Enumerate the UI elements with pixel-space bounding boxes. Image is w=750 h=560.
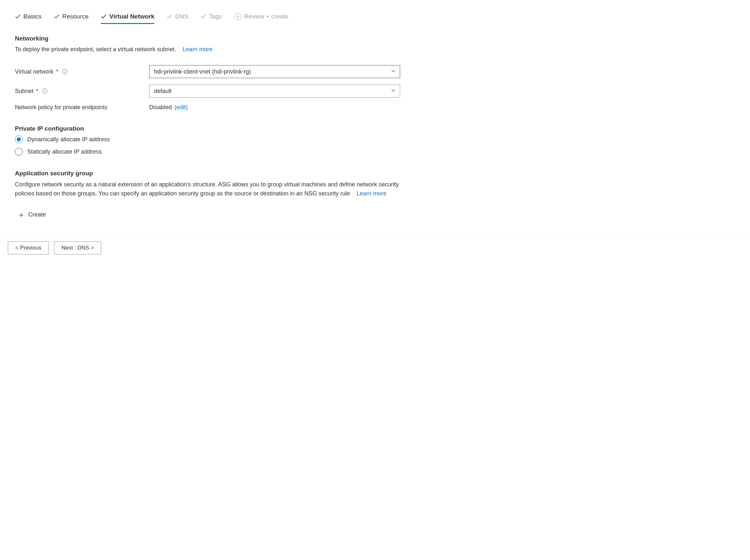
tab-label: Virtual Network — [109, 13, 154, 20]
chevron-down-icon — [391, 88, 396, 95]
info-icon[interactable]: i — [62, 69, 67, 74]
label-network-policy: Network policy for private endpoints — [15, 104, 149, 111]
tab-tags[interactable]: Tags — [200, 13, 222, 23]
tab-label: DNS — [175, 13, 188, 20]
section-title-asg: Application security group — [15, 170, 400, 177]
learn-more-link[interactable]: Learn more — [357, 190, 387, 197]
tab-label: Resource — [62, 13, 88, 20]
create-asg-button[interactable]: + Create — [15, 211, 46, 219]
virtual-network-select[interactable]: hdi-privlink-client-vnet (hdi-privlink-r… — [149, 65, 400, 78]
row-network-policy: Network policy for private endpoints Dis… — [15, 104, 400, 111]
radio-icon — [15, 136, 23, 143]
radio-label: Statically allocate IP address — [27, 148, 102, 155]
info-icon[interactable]: i — [42, 88, 47, 94]
asg-description: Configure network security as a natural … — [15, 180, 400, 198]
chevron-down-icon — [391, 68, 396, 75]
check-icon — [200, 14, 206, 19]
tab-review-create[interactable]: 6 Review + create — [234, 13, 289, 23]
select-value: default — [154, 88, 172, 95]
tab-basics[interactable]: Basics — [15, 13, 41, 23]
radio-icon — [15, 148, 23, 155]
ip-allocation-radio-group: Dynamically allocate IP address Statical… — [15, 136, 400, 155]
section-title-private-ip: Private IP configuration — [15, 125, 400, 132]
check-icon — [54, 14, 60, 19]
label-virtual-network: Virtual network * i — [15, 68, 149, 75]
check-icon — [167, 14, 173, 19]
learn-more-link[interactable]: Learn more — [182, 46, 212, 53]
tab-label: Review + create — [244, 13, 289, 20]
private-ip-section: Private IP configuration Dynamically all… — [15, 125, 400, 155]
policy-value: Disabled — [149, 104, 172, 111]
section-title-networking: Networking — [15, 35, 400, 42]
row-subnet: Subnet * i default — [15, 85, 400, 98]
check-icon — [15, 14, 21, 19]
required-indicator: * — [56, 68, 58, 75]
check-icon — [101, 14, 107, 19]
subnet-select[interactable]: default — [149, 85, 400, 98]
wizard-tabs: Basics Resource Virtual Network DNS Tags — [15, 13, 400, 23]
select-value: hdi-privlink-client-vnet (hdi-privlink-r… — [154, 68, 251, 75]
tab-virtual-network[interactable]: Virtual Network — [101, 13, 154, 23]
tab-resource[interactable]: Resource — [54, 13, 88, 23]
previous-button[interactable]: < Previous — [8, 242, 49, 254]
tab-dns[interactable]: DNS — [167, 13, 188, 23]
asg-section: Application security group Configure net… — [15, 170, 400, 219]
next-button[interactable]: Next : DNS > — [54, 242, 101, 254]
create-label: Create — [28, 211, 46, 218]
step-number-icon: 6 — [234, 13, 241, 20]
label-subnet: Subnet * i — [15, 88, 149, 95]
tab-label: Tags — [209, 13, 222, 20]
required-indicator: * — [36, 88, 38, 95]
row-virtual-network: Virtual network * i hdi-privlink-client-… — [15, 65, 400, 78]
networking-section: Networking To deploy the private endpoin… — [15, 35, 400, 111]
tab-label: Basics — [23, 13, 41, 20]
section-desc-networking: To deploy the private endpoint, select a… — [15, 45, 400, 54]
edit-policy-link[interactable]: (edit) — [175, 104, 188, 111]
radio-dynamic-ip[interactable]: Dynamically allocate IP address — [15, 136, 400, 143]
radio-static-ip[interactable]: Statically allocate IP address — [15, 148, 400, 155]
radio-label: Dynamically allocate IP address — [27, 136, 110, 143]
wizard-footer: < Previous Next : DNS > — [0, 233, 750, 262]
plus-icon: + — [19, 211, 24, 219]
